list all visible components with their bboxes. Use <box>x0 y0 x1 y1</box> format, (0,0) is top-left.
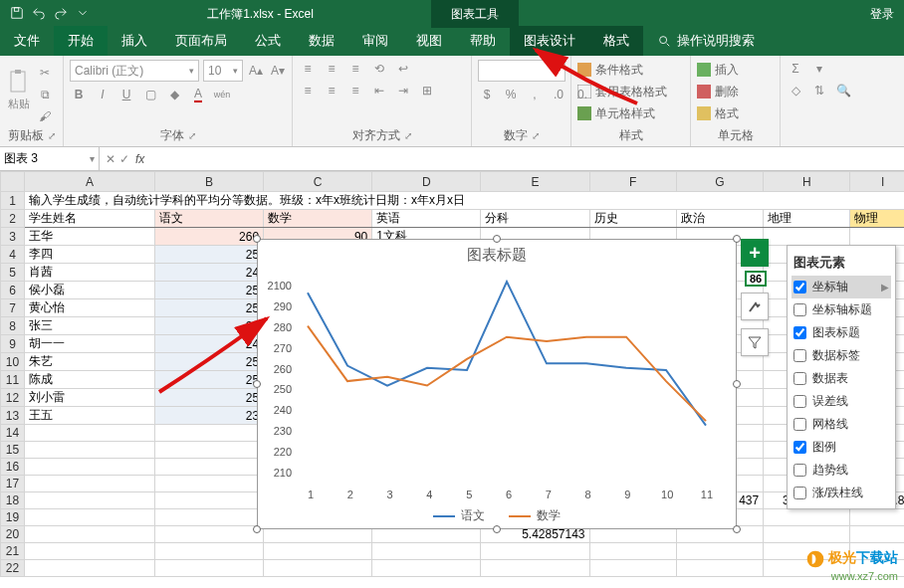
sheet-cell[interactable]: 25 <box>154 299 263 317</box>
inc-decimal-icon[interactable]: .0 <box>550 86 567 103</box>
clear-icon[interactable]: ◇ <box>787 82 804 99</box>
chart-title[interactable]: 图表标题 <box>258 240 736 271</box>
chart-element-option[interactable]: 坐标轴标题 <box>791 298 891 321</box>
col-header[interactable]: C <box>264 172 372 192</box>
orientation-icon[interactable]: ⟲ <box>370 60 388 78</box>
font-color-button[interactable]: A <box>189 86 207 103</box>
find-icon[interactable]: 🔍 <box>834 82 852 99</box>
enter-formula-icon[interactable]: ✓ <box>119 152 129 166</box>
row-header[interactable]: 12 <box>1 389 25 407</box>
row-header[interactable]: 13 <box>1 407 25 425</box>
align-center-icon[interactable]: ≡ <box>323 82 340 99</box>
chart-filters-button[interactable] <box>741 328 769 356</box>
sheet-cell[interactable]: 25 <box>154 389 263 407</box>
number-launcher-icon[interactable]: ⤢ <box>532 130 540 141</box>
col-header[interactable]: E <box>481 172 589 192</box>
resize-handle[interactable] <box>733 380 741 388</box>
col-header[interactable]: A <box>25 172 155 192</box>
tab-insert[interactable]: 插入 <box>108 26 161 56</box>
login-button[interactable]: 登录 <box>870 6 894 23</box>
alignment-launcher-icon[interactable]: ⤢ <box>404 130 412 141</box>
tab-chart-design[interactable]: 图表设计 <box>510 26 589 56</box>
row-header[interactable]: 11 <box>1 371 25 389</box>
font-name-select[interactable]: Calibri (正文)▾ <box>70 60 199 82</box>
col-header[interactable]: I <box>850 172 904 192</box>
shrink-font-icon[interactable]: A▾ <box>269 62 287 80</box>
chart-element-option[interactable]: 图表标题 <box>791 321 891 344</box>
format-table-button[interactable]: 套用表格格式 <box>577 82 667 101</box>
chart-element-checkbox[interactable] <box>793 326 806 339</box>
phonetic-button[interactable]: wén <box>213 86 231 103</box>
sheet-cell[interactable]: 输入学生成绩，自动统计学科的平均分等数据。班级：x年x班统计日期：x年x月x日 <box>25 192 905 210</box>
fill-icon[interactable]: ▾ <box>810 60 828 78</box>
resize-handle[interactable] <box>253 380 261 388</box>
copy-icon[interactable]: ⧉ <box>36 86 54 103</box>
underline-button[interactable]: U <box>117 86 135 103</box>
chart-plot-area[interactable] <box>298 271 716 470</box>
align-bottom-icon[interactable]: ≡ <box>346 60 364 78</box>
insert-cells-button[interactable]: 插入 <box>697 60 739 80</box>
chart-element-option[interactable]: 数据表 <box>791 367 891 390</box>
merge-cells-icon[interactable]: ⊞ <box>418 82 436 99</box>
indent-inc-icon[interactable]: ⇥ <box>394 82 412 99</box>
chart-elements-button[interactable]: + <box>741 239 769 267</box>
sheet-cell[interactable]: 25 <box>154 246 263 264</box>
chart-element-option[interactable]: 网格线 <box>791 413 891 436</box>
sort-filter-icon[interactable]: ⇅ <box>810 82 828 99</box>
embedded-chart[interactable]: 图表标题 2100290280270260250240230220210 123… <box>257 239 737 529</box>
sheet-cell[interactable]: 25 <box>154 371 263 389</box>
paste-button[interactable]: 粘贴 <box>6 60 32 119</box>
number-format-select[interactable]: ▾ <box>478 60 565 82</box>
resize-handle[interactable] <box>733 525 741 533</box>
align-left-icon[interactable]: ≡ <box>299 82 317 99</box>
tab-formulas[interactable]: 公式 <box>241 26 295 56</box>
redo-icon[interactable] <box>54 6 68 23</box>
chart-element-checkbox[interactable] <box>793 441 806 454</box>
col-header[interactable]: F <box>589 172 676 192</box>
cell-styles-button[interactable]: 单元格样式 <box>577 103 655 123</box>
row-header[interactable]: 2 <box>1 210 25 228</box>
chart-legend[interactable]: 语文数学 <box>258 507 736 524</box>
tab-page-layout[interactable]: 页面布局 <box>161 26 241 56</box>
sheet-cell[interactable]: 刘小雷 <box>25 389 155 407</box>
row-header[interactable]: 6 <box>1 282 25 299</box>
cut-icon[interactable]: ✂ <box>36 64 54 82</box>
sheet-cell[interactable]: 李四 <box>25 246 155 264</box>
chart-element-checkbox[interactable] <box>793 464 806 477</box>
sheet-cell[interactable]: 历史 <box>589 210 676 228</box>
row-header[interactable]: 9 <box>1 335 25 353</box>
col-header[interactable]: H <box>764 172 850 192</box>
resize-handle[interactable] <box>253 235 261 243</box>
fill-color-button[interactable]: ◆ <box>165 86 183 103</box>
sheet-cell[interactable]: 王华 <box>25 228 155 246</box>
resize-handle[interactable] <box>253 525 261 533</box>
row-header[interactable]: 1 <box>1 192 25 210</box>
sheet-cell[interactable]: 学生姓名 <box>25 210 155 228</box>
name-box[interactable]: 图表 3▾ <box>0 147 100 170</box>
tab-home[interactable]: 开始 <box>54 26 108 56</box>
chart-element-checkbox[interactable] <box>793 281 806 294</box>
chart-element-checkbox[interactable] <box>793 395 806 408</box>
chart-element-checkbox[interactable] <box>793 349 806 362</box>
cancel-formula-icon[interactable]: ✕ <box>106 152 115 166</box>
row-header[interactable]: 5 <box>1 264 25 282</box>
sheet-cell[interactable]: 陈成 <box>25 371 155 389</box>
wrap-text-icon[interactable]: ↩ <box>394 60 412 78</box>
row-header[interactable]: 7 <box>1 299 25 317</box>
grow-font-icon[interactable]: A▴ <box>247 62 265 80</box>
sheet-cell[interactable]: 胡一一 <box>25 335 155 353</box>
col-header[interactable]: D <box>372 172 481 192</box>
align-right-icon[interactable]: ≡ <box>346 82 364 99</box>
sheet-cell[interactable]: 260 <box>154 228 263 246</box>
sheet-cell[interactable]: 25 <box>154 282 263 299</box>
sheet-cell[interactable]: 地理 <box>764 210 850 228</box>
percent-icon[interactable]: % <box>502 86 520 103</box>
sheet-cell[interactable]: 王五 <box>25 407 155 425</box>
format-cells-button[interactable]: 格式 <box>697 103 739 123</box>
tab-file[interactable]: 文件 <box>0 26 54 56</box>
sheet-cell[interactable]: 24 <box>154 264 263 282</box>
font-size-select[interactable]: 10▾ <box>203 60 243 82</box>
currency-icon[interactable]: $ <box>478 86 496 103</box>
italic-button[interactable]: I <box>94 86 112 103</box>
border-button[interactable]: ▢ <box>141 86 159 103</box>
